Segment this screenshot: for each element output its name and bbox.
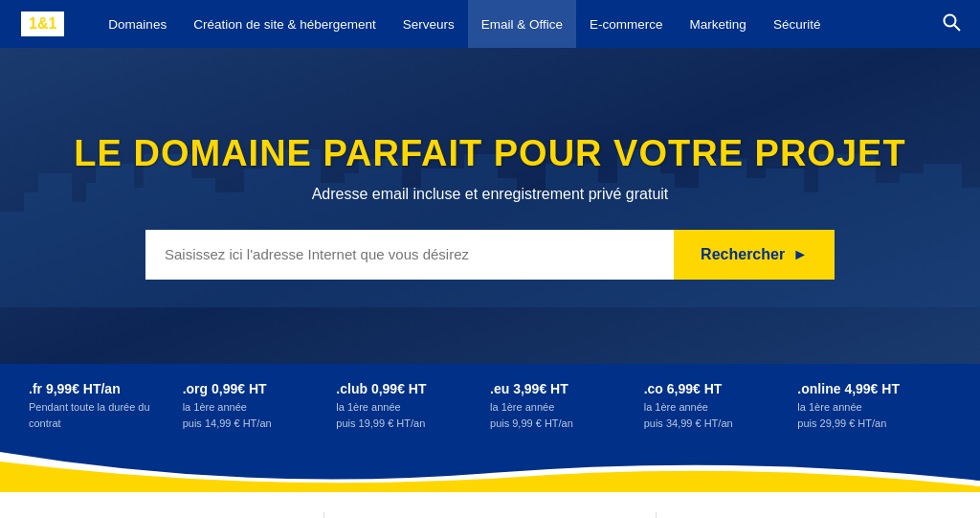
nav-ecommerce[interactable]: E-commerce	[576, 0, 677, 48]
ext-co: .co	[644, 381, 663, 396]
search-icon[interactable]	[942, 12, 961, 36]
hero-title: LE DOMAINE PARFAIT POUR VOTRE PROJET	[19, 133, 961, 174]
arrow-icon: ►	[792, 246, 808, 263]
pricing-strip: .fr 9,99€ HT/an Pendant toute la durée d…	[0, 364, 980, 452]
price-fr: .fr 9,99€ HT/an Pendant toute la durée d…	[29, 381, 183, 431]
ext-club: .club	[336, 381, 368, 396]
hero-content: LE DOMAINE PARFAIT POUR VOTRE PROJET Adr…	[0, 133, 980, 280]
price-club-sub: la 1ère année puis 19,99 € HT/an	[336, 399, 490, 431]
nav-serveurs[interactable]: Serveurs	[390, 0, 468, 48]
nav-creation[interactable]: Création de site & hébergement	[180, 0, 390, 48]
bottom-section	[0, 492, 980, 518]
price-org: .org 0,99€ HT la 1ère année puis 14,99 €…	[183, 381, 337, 431]
hero-subtitle: Adresse email incluse et enregistrement …	[19, 186, 961, 203]
wave-divider	[0, 452, 980, 492]
nav-email-office[interactable]: Email & Office	[468, 0, 576, 48]
divider-2	[656, 512, 657, 519]
svg-line-1	[954, 25, 960, 31]
price-co-sub: la 1ère année puis 34,99 € HT/an	[644, 399, 798, 431]
price-online: .online 4,99€ HT la 1ère année puis 29,9…	[797, 381, 951, 431]
price-club: .club 0,99€ HT la 1ère année puis 19,99 …	[336, 381, 490, 431]
search-button-label: Rechercher	[701, 246, 785, 263]
wave-svg	[0, 452, 980, 492]
logo-text: 1&1	[29, 15, 56, 32]
svg-point-0	[945, 14, 956, 26]
price-online-sub: la 1ère année puis 29,99 € HT/an	[797, 399, 951, 431]
price-club-value: 0,99€ HT	[371, 381, 427, 396]
price-fr-value: 9,99€ HT/an	[46, 381, 121, 396]
nav-securite[interactable]: Sécurité	[760, 0, 835, 48]
navbar: 1&1 Domaines Création de site & hébergem…	[0, 0, 980, 48]
domain-search-input[interactable]	[145, 230, 674, 280]
price-org-sub: la 1ère année puis 14,99 € HT/an	[183, 399, 337, 431]
price-fr-sub: Pendant toute la durée du contrat	[29, 399, 183, 431]
ext-fr: .fr	[29, 381, 42, 396]
price-eu-sub: la 1ère année puis 9,99 € HT/an	[490, 399, 644, 431]
price-eu-value: 3,99€ HT	[513, 381, 568, 396]
price-online-value: 4,99€ HT	[844, 381, 900, 396]
nav-domaines[interactable]: Domaines	[95, 0, 180, 48]
logo[interactable]: 1&1	[19, 10, 66, 38]
price-co: .co 6,99€ HT la 1ère année puis 34,99 € …	[644, 381, 798, 431]
search-button[interactable]: Rechercher ►	[674, 230, 835, 280]
search-bar: Rechercher ►	[145, 230, 835, 280]
ext-online: .online	[797, 381, 840, 396]
price-co-value: 6,99€ HT	[667, 381, 723, 396]
ext-org: .org	[183, 381, 208, 396]
nav-links: Domaines Création de site & hébergement …	[95, 0, 942, 48]
nav-marketing[interactable]: Marketing	[677, 0, 760, 48]
ext-eu: .eu	[490, 381, 509, 396]
price-org-value: 0,99€ HT	[212, 381, 267, 396]
divider-1	[323, 512, 324, 519]
hero-section: LE DOMAINE PARFAIT POUR VOTRE PROJET Adr…	[0, 48, 980, 364]
price-eu: .eu 3,99€ HT la 1ère année puis 9,99 € H…	[490, 381, 644, 431]
